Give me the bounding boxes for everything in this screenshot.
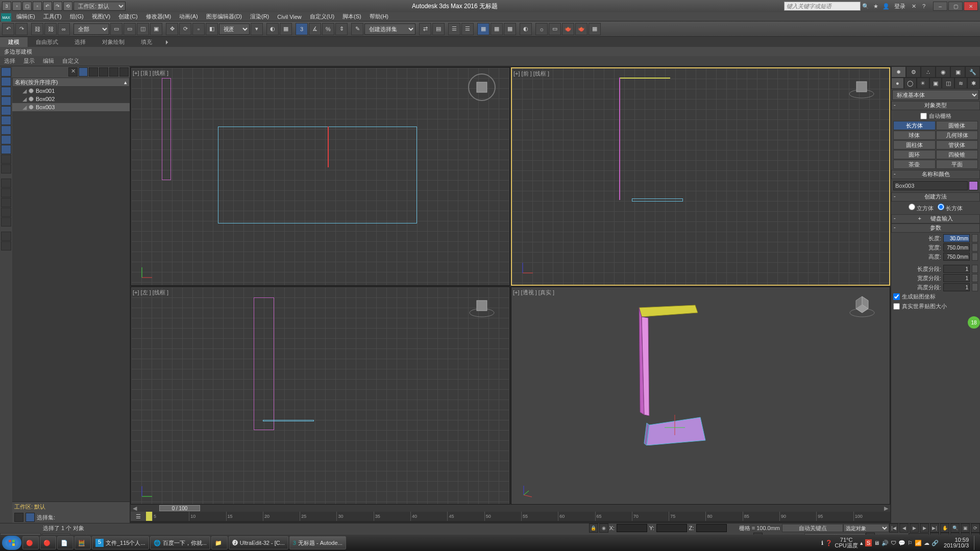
close-button[interactable]: ✕ bbox=[964, 2, 978, 11]
prim-cylinder-button[interactable]: 圆柱体 bbox=[893, 140, 936, 149]
se-mode1-icon[interactable] bbox=[79, 67, 88, 77]
angle-snap-button[interactable]: ∡ bbox=[309, 23, 321, 35]
prim-torus-button[interactable]: 圆环 bbox=[893, 150, 936, 159]
floating-badge[interactable]: 18 bbox=[968, 316, 980, 329]
tray-sig-icon[interactable]: 📶 bbox=[915, 540, 922, 546]
tray-flag-icon[interactable]: ⚐ bbox=[908, 540, 913, 546]
viewcube-icon[interactable] bbox=[847, 291, 877, 322]
filter-group5-icon[interactable] bbox=[1, 217, 11, 227]
tray-wx-icon[interactable]: 💬 bbox=[898, 540, 905, 546]
material-editor-button[interactable]: ◐ bbox=[520, 23, 532, 35]
select-name-button[interactable]: ▭ bbox=[124, 23, 136, 35]
subtab-lights-icon[interactable]: ☀ bbox=[917, 78, 929, 89]
schematic-button[interactable]: ▦ bbox=[504, 23, 516, 35]
prev-frame-button[interactable]: ◀ bbox=[899, 523, 909, 533]
viewcube-icon[interactable] bbox=[846, 72, 877, 103]
taskbar-app1[interactable]: 🔴 bbox=[22, 536, 39, 549]
redo-button[interactable]: ↷ bbox=[15, 23, 28, 35]
filter-group2-icon[interactable] bbox=[1, 188, 11, 197]
keymode-dropdown[interactable]: 选定对象 bbox=[843, 524, 889, 532]
autogrid-checkbox[interactable] bbox=[920, 113, 927, 119]
app-menu-icon[interactable]: 3 bbox=[2, 2, 11, 11]
spinner-arrows-icon[interactable] bbox=[972, 234, 978, 242]
scene-item[interactable]: ◢Box001 bbox=[12, 87, 130, 95]
subtab-systems-icon[interactable]: ✱ bbox=[967, 78, 980, 89]
spinner-arrows-icon[interactable] bbox=[972, 283, 978, 291]
render-frame-button[interactable]: ▭ bbox=[549, 23, 561, 35]
filter-shape-icon[interactable] bbox=[1, 77, 11, 86]
show-desktop-button[interactable] bbox=[974, 536, 978, 550]
star-icon[interactable]: ★ bbox=[871, 1, 881, 11]
viewport-label[interactable]: [+] [顶 ] [线框 ] bbox=[133, 69, 168, 77]
rollout-namecolor-header[interactable]: 名称和颜色 bbox=[891, 170, 980, 179]
select-region-button[interactable]: ◫ bbox=[137, 23, 149, 35]
se-display[interactable]: 显示 bbox=[23, 57, 35, 65]
subtab-space-icon[interactable]: ≋ bbox=[954, 78, 967, 89]
subtab-helpers-icon[interactable]: ◫ bbox=[942, 78, 954, 89]
taskbar-app3[interactable]: 📄 bbox=[57, 536, 74, 549]
help-search-input[interactable] bbox=[784, 2, 861, 11]
prim-cone-button[interactable]: 圆锥体 bbox=[936, 121, 978, 130]
redo-icon[interactable]: ↷ bbox=[53, 2, 62, 11]
render-button[interactable]: 🫖 bbox=[562, 23, 574, 35]
prim-tube-button[interactable]: 管状体 bbox=[936, 140, 978, 149]
tab-create-icon[interactable]: ✹ bbox=[891, 66, 906, 78]
curve-editor-button[interactable]: ▦ bbox=[491, 23, 503, 35]
taskbar-item[interactable]: 🌐百度一下，你就... bbox=[150, 536, 210, 549]
open-icon[interactable]: ▢ bbox=[22, 2, 32, 11]
edit-selset-button[interactable]: ✎ bbox=[351, 23, 363, 35]
render-setup-button[interactable]: ☼ bbox=[535, 23, 548, 35]
filter-container-icon[interactable] bbox=[1, 135, 11, 144]
radio-cube[interactable]: 立方体 bbox=[909, 204, 934, 212]
play-button[interactable]: ▶ bbox=[910, 523, 919, 533]
nav-fov-icon[interactable]: ▣ bbox=[961, 523, 970, 533]
rollout-objtype-header[interactable]: 对象类型 bbox=[891, 101, 980, 110]
tab-hierarchy-icon[interactable]: ⛬ bbox=[921, 66, 936, 78]
rollout-method-header[interactable]: 创建方法 bbox=[891, 192, 980, 202]
nav-orbit-icon[interactable]: ⟳ bbox=[971, 523, 980, 533]
select-button[interactable]: ▭ bbox=[110, 23, 122, 35]
taskbar-item[interactable]: 5文件_115个人... bbox=[92, 536, 149, 549]
time-slider-handle[interactable]: 0 / 100 bbox=[159, 505, 200, 511]
move-button[interactable]: ✥ bbox=[166, 23, 178, 35]
height-spinner[interactable] bbox=[943, 253, 970, 261]
menu-create[interactable]: 创建(C) bbox=[114, 13, 141, 20]
goto-end-button[interactable]: ▶| bbox=[930, 523, 939, 533]
width-spinner[interactable] bbox=[943, 243, 970, 252]
named-selset-dropdown[interactable]: 创建选择集 bbox=[364, 23, 415, 35]
menu-help[interactable]: 帮助(H) bbox=[365, 13, 393, 20]
layers-button[interactable]: ☰ bbox=[448, 23, 460, 35]
viewcube-icon[interactable] bbox=[467, 291, 497, 322]
undo-icon[interactable]: ↶ bbox=[43, 2, 52, 11]
new-icon[interactable]: ▫ bbox=[12, 2, 21, 11]
search-icon[interactable]: 🔍 bbox=[861, 1, 871, 11]
filter-geom-icon[interactable] bbox=[1, 67, 11, 77]
tray-info-icon[interactable]: ℹ bbox=[821, 540, 823, 546]
undo-button[interactable]: ↶ bbox=[2, 23, 14, 35]
wseg-spinner[interactable] bbox=[943, 274, 970, 282]
length-spinner[interactable] bbox=[943, 234, 970, 242]
time-slider[interactable]: ◀ 0 / 100 ▶ bbox=[131, 505, 890, 512]
menu-view[interactable]: 视图(V) bbox=[88, 13, 115, 20]
link-icon[interactable]: ⟲ bbox=[63, 2, 72, 11]
viewport-top[interactable]: [+] [顶 ] [线框 ] bbox=[131, 67, 510, 286]
rollout-params-header[interactable]: 参数 bbox=[891, 223, 980, 233]
ribbon-tab-selection[interactable]: 选择 bbox=[66, 37, 94, 47]
rotate-button[interactable]: ⟳ bbox=[179, 23, 191, 35]
primitive-category-dropdown[interactable]: 标准基本体 bbox=[892, 90, 979, 100]
menu-script[interactable]: 脚本(S) bbox=[338, 13, 365, 20]
tray-s-icon[interactable]: S bbox=[865, 539, 872, 546]
prim-sphere-button[interactable]: 球体 bbox=[893, 131, 936, 140]
timeline-key-marker[interactable] bbox=[146, 512, 152, 521]
filter-group1-icon[interactable] bbox=[1, 179, 11, 188]
goto-start-button[interactable]: |◀ bbox=[889, 523, 898, 533]
scene-item-selected[interactable]: ◢Box003 bbox=[12, 103, 130, 111]
minimize-button[interactable]: – bbox=[933, 2, 947, 11]
render-iter-button[interactable]: 🫖 bbox=[575, 23, 587, 35]
manip-button[interactable]: ◐ bbox=[266, 23, 279, 35]
ribbon-tab-freeform[interactable]: 自由形式 bbox=[28, 37, 66, 47]
tray-qm-icon[interactable]: ❓ bbox=[825, 540, 832, 546]
bind-button[interactable]: ∞ bbox=[58, 23, 70, 35]
max-logo-icon[interactable]: MAX bbox=[1, 13, 11, 21]
keymode-button[interactable]: ▦ bbox=[280, 23, 292, 35]
